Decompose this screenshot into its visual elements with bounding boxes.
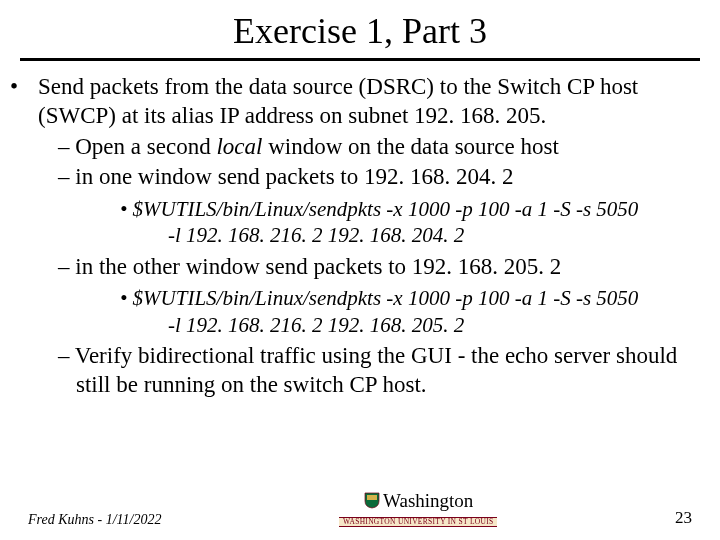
subpoint-verify: – Verify bidirectional traffic using the… (58, 342, 700, 400)
footer-page-number: 23 (675, 508, 692, 528)
title-divider (20, 58, 700, 61)
bullet-main: •Send packets from the data source (DSRC… (24, 73, 700, 131)
footer-university-sub: WASHINGTON UNIVERSITY IN ST LOUIS (339, 517, 498, 527)
sub1-italic: local (216, 134, 262, 159)
command-1: • $WUTILS/bin/Linux/sendpkts -x 1000 -p … (120, 196, 700, 249)
cmd2-line2: -l 192. 168. 216. 2 192. 168. 205. 2 (168, 312, 680, 338)
slide-content: •Send packets from the data source (DSRC… (20, 73, 700, 399)
sub1-part1: – Open a second (58, 134, 216, 159)
footer-author-date: Fred Kuhns - 1/11/2022 (28, 512, 161, 528)
cmd1-line2: -l 192. 168. 216. 2 192. 168. 204. 2 (168, 222, 680, 248)
bullet-dot-icon: • (120, 286, 133, 310)
subpoint-send-204: – in one window send packets to 192. 168… (58, 163, 700, 192)
footer-logo: Washington WASHINGTON UNIVERSITY IN ST L… (339, 491, 498, 528)
footer-university-name: Washington (383, 490, 473, 511)
subpoint-open-window: – Open a second local window on the data… (58, 133, 700, 162)
shield-icon (363, 491, 381, 513)
svg-rect-0 (367, 495, 377, 500)
cmd2-line1: $WUTILS/bin/Linux/sendpkts -x 1000 -p 10… (133, 286, 639, 310)
bullet-dot-icon: • (120, 197, 133, 221)
sub1-part2: window on the data source host (262, 134, 558, 159)
command-2: • $WUTILS/bin/Linux/sendpkts -x 1000 -p … (120, 285, 700, 338)
slide-title: Exercise 1, Part 3 (20, 10, 700, 52)
cmd1-line1: $WUTILS/bin/Linux/sendpkts -x 1000 -p 10… (133, 197, 639, 221)
bullet-main-text: Send packets from the data source (DSRC)… (38, 74, 638, 128)
slide-footer: Fred Kuhns - 1/11/2022 Washington WASHIN… (0, 491, 720, 528)
bullet-dot-icon: • (24, 73, 38, 102)
subpoint-send-205: – in the other window send packets to 19… (58, 253, 700, 282)
